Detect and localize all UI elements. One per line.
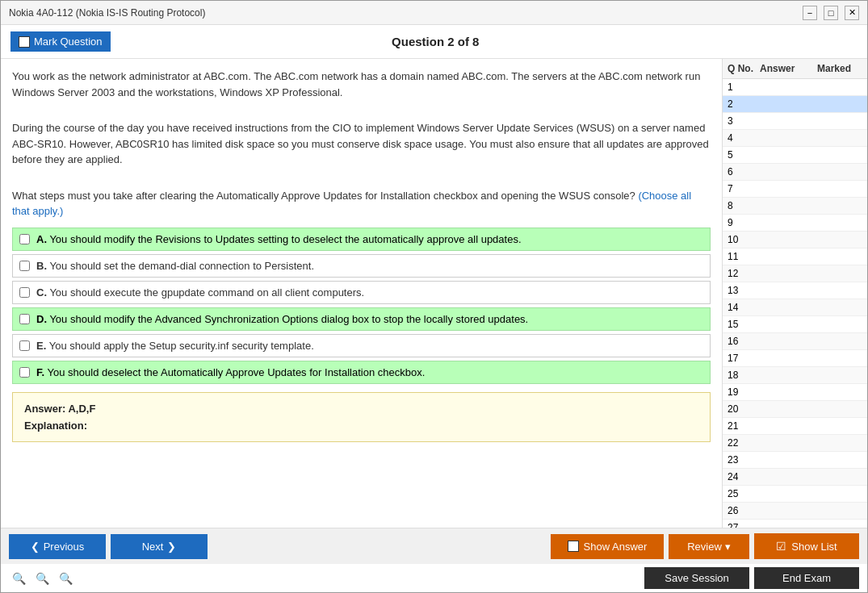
sidebar-row-answer <box>758 115 816 127</box>
sidebar-row[interactable]: 17 <box>723 350 867 367</box>
show-answer-button[interactable]: Show Answer <box>551 534 664 559</box>
sidebar-row[interactable]: 13 <box>723 282 867 299</box>
sidebar-row-num: 20 <box>726 403 758 416</box>
previous-button[interactable]: ❮ Previous <box>9 534 106 559</box>
sidebar-row-answer <box>758 81 816 94</box>
next-label: Next <box>142 541 164 553</box>
sidebar-row-num: 5 <box>726 148 758 161</box>
sidebar-row-answer <box>758 386 816 399</box>
sidebar-row-answer <box>758 403 816 416</box>
next-chevron-icon: ❯ <box>167 541 176 553</box>
sidebar-row[interactable]: 2 <box>723 96 867 113</box>
sidebar-row[interactable]: 24 <box>723 469 867 486</box>
sidebar-row[interactable]: 18 <box>723 367 867 384</box>
sidebar-row[interactable]: 23 <box>723 452 867 469</box>
mark-checkbox-icon <box>19 36 30 48</box>
sidebar-row-marked <box>816 352 864 365</box>
question-paragraph-2: During the course of the day you have re… <box>12 120 711 168</box>
option-e-checkbox[interactable] <box>19 340 30 351</box>
sidebar-row[interactable]: 25 <box>723 486 867 503</box>
main-area: Mark Question Question 2 of 8 You work a… <box>1 25 867 592</box>
option-f-checkbox[interactable] <box>19 367 30 378</box>
sidebar-row[interactable]: 19 <box>723 384 867 401</box>
end-exam-button[interactable]: End Exam <box>754 567 859 589</box>
sidebar-row-num: 16 <box>726 335 758 348</box>
sidebar-row-answer <box>758 182 816 195</box>
sidebar-row-num: 26 <box>726 504 758 517</box>
sidebar-row-num: 12 <box>726 267 758 280</box>
bottom-nav-bar: ❮ Previous Next ❯ Show Answer Review ▾ ☑… <box>1 528 867 564</box>
zoom-out-button[interactable]: 🔍 <box>9 570 29 587</box>
sidebar-row-marked <box>816 182 864 195</box>
prev-chevron-icon: ❮ <box>31 541 40 553</box>
sidebar-row[interactable]: 11 <box>723 248 867 265</box>
option-a-label: A. You should modify the Revisions to Up… <box>36 233 522 245</box>
sidebar-row[interactable]: 27 <box>723 520 867 528</box>
sidebar-row-num: 23 <box>726 453 758 466</box>
show-list-label: Show List <box>791 541 837 553</box>
explanation-line: Explanation: <box>24 420 698 432</box>
sidebar-row-answer <box>758 504 816 517</box>
sidebar-row[interactable]: 1 <box>723 79 867 96</box>
sidebar-row-answer <box>758 470 816 483</box>
option-c-checkbox[interactable] <box>19 287 30 298</box>
sidebar-row-answer <box>758 369 816 382</box>
show-list-check-icon: ☑ <box>776 540 786 553</box>
sidebar-row-answer <box>758 318 816 331</box>
sidebar-row-marked <box>816 369 864 382</box>
sidebar-row[interactable]: 7 <box>723 181 867 198</box>
sidebar-row-marked <box>816 199 864 212</box>
mark-question-button[interactable]: Mark Question <box>10 31 111 52</box>
option-d-checkbox[interactable] <box>19 314 30 324</box>
option-b-checkbox[interactable] <box>19 261 30 271</box>
sidebar-row[interactable]: 21 <box>723 418 867 435</box>
sidebar-row[interactable]: 3 <box>723 113 867 130</box>
show-list-button[interactable]: ☑ Show List <box>754 533 859 559</box>
sidebar-row[interactable]: 26 <box>723 503 867 520</box>
question-paragraph-1: You work as the network administrator at… <box>12 69 711 100</box>
close-button[interactable]: ✕ <box>845 6 859 20</box>
sidebar-row[interactable]: 5 <box>723 147 867 164</box>
sidebar-row-num: 17 <box>726 352 758 365</box>
sidebar-row[interactable]: 4 <box>723 130 867 147</box>
sidebar-row-num: 7 <box>726 182 758 195</box>
sidebar-row[interactable]: 12 <box>723 265 867 282</box>
sidebar-row-num: 4 <box>726 132 758 144</box>
maximize-button[interactable]: □ <box>824 6 838 20</box>
sidebar-row-answer <box>758 521 816 528</box>
question-panel: You work as the network administrator at… <box>1 59 722 528</box>
minimize-button[interactable]: − <box>803 6 817 20</box>
sidebar-row[interactable]: 8 <box>723 198 867 215</box>
sidebar-row-answer <box>758 453 816 466</box>
sidebar-row-marked <box>816 453 864 466</box>
zoom-reset-button[interactable]: 🔍 <box>32 570 52 587</box>
sidebar-row-marked <box>816 250 864 263</box>
review-button[interactable]: Review ▾ <box>669 534 749 559</box>
sidebar-row-answer <box>758 165 816 178</box>
next-button[interactable]: Next ❯ <box>111 534 208 559</box>
sidebar-row-num: 2 <box>726 98 758 111</box>
sidebar-row-answer <box>758 352 816 365</box>
sidebar-row-marked <box>816 115 864 127</box>
sidebar-col-marked: Marked <box>816 62 864 75</box>
sidebar-row[interactable]: 10 <box>723 232 867 248</box>
option-e-label: E. You should apply the Setup security.i… <box>36 340 314 352</box>
sidebar-row[interactable]: 9 <box>723 215 867 232</box>
sidebar-row[interactable]: 6 <box>723 164 867 181</box>
sidebar-row[interactable]: 22 <box>723 435 867 452</box>
sidebar-row[interactable]: 20 <box>723 401 867 418</box>
zoom-in-button[interactable]: 🔍 <box>56 570 76 587</box>
sidebar-row[interactable]: 15 <box>723 316 867 333</box>
save-session-button[interactable]: Save Session <box>644 567 749 589</box>
sidebar-row-marked <box>816 318 864 331</box>
sidebar-row-num: 3 <box>726 115 758 127</box>
sidebar-col-answer: Answer <box>758 62 816 75</box>
sidebar-row-answer <box>758 199 816 212</box>
sidebar-row-num: 11 <box>726 250 758 263</box>
option-a-checkbox[interactable] <box>19 234 30 244</box>
sidebar-row[interactable]: 16 <box>723 333 867 350</box>
sidebar-row-num: 10 <box>726 233 758 246</box>
sidebar-row-answer <box>758 98 816 111</box>
sidebar-row-num: 27 <box>726 521 758 528</box>
sidebar-row[interactable]: 14 <box>723 299 867 316</box>
